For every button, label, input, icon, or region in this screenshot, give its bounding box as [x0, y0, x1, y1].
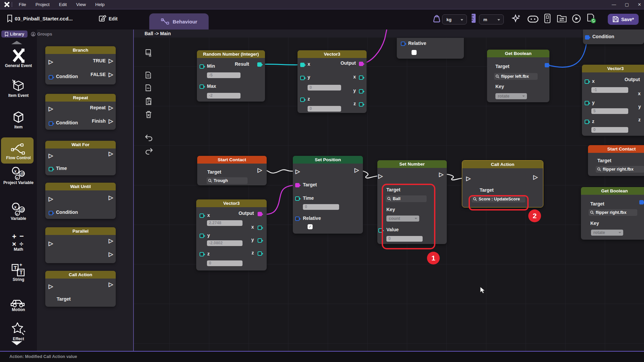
node-vector3-top[interactable]: Vector3 x Output y x 0 y z z 0 — [298, 50, 367, 113]
tab-groups[interactable]: Groups — [31, 31, 52, 38]
min-socket[interactable] — [200, 64, 204, 69]
time-value-field[interactable]: 0 — [303, 204, 339, 210]
edit-pencil-icon[interactable] — [99, 14, 107, 22]
sparkles-icon[interactable] — [511, 14, 521, 24]
device-preview-icon[interactable] — [543, 13, 551, 23]
relative-socket[interactable] — [401, 42, 405, 46]
y-out-socket[interactable] — [258, 238, 262, 243]
node-get-boolean-top[interactable]: Get Boolean Target flipper left.fbx Key … — [487, 50, 549, 102]
sidebar-item-item[interactable]: Item — [0, 110, 37, 129]
relative-socket[interactable] — [295, 217, 300, 221]
y-value-field[interactable]: 5 — [591, 108, 628, 114]
z-value-field[interactable]: 0 — [207, 260, 243, 266]
sidebar-item-project-variable[interactable]: x@y Project Variable — [0, 166, 37, 185]
exec-in-port[interactable] — [296, 169, 300, 174]
output-socket[interactable] — [359, 62, 363, 66]
exec-in-port[interactable] — [49, 241, 53, 246]
exec-in-port[interactable] — [466, 176, 471, 181]
condition-socket[interactable] — [49, 121, 53, 126]
palette-node-call-action[interactable]: Call Action Target — [45, 271, 116, 307]
node-relative-partial[interactable]: Relative — [397, 38, 464, 59]
x-out-socket[interactable] — [359, 75, 363, 80]
notebook-icon[interactable] — [145, 49, 153, 57]
paste-clipboard-icon[interactable] — [145, 97, 153, 106]
menu-project[interactable]: Project — [31, 2, 54, 7]
target-search-field[interactable]: Trough — [207, 177, 248, 184]
sidebar-scroll-up[interactable] — [11, 41, 22, 44]
key-dropdown[interactable]: rotate — [495, 93, 527, 99]
relative-checkbox[interactable]: ✓ — [308, 224, 313, 229]
z-value-field[interactable]: 0 — [308, 106, 341, 112]
edit-button[interactable]: Edit — [109, 16, 117, 21]
exec-out-port[interactable] — [258, 167, 262, 173]
sidebar-item-motion[interactable]: Motion — [0, 296, 37, 312]
x-socket[interactable] — [300, 63, 305, 67]
sidebar-item-string[interactable]: TT+ String — [0, 262, 37, 282]
window-minimize-button[interactable]: — — [612, 2, 616, 7]
node-start-contact[interactable]: Start Contact Target Trough — [197, 156, 267, 185]
node-vector3-bottom[interactable]: Vector3 x Output 2.2748 x y y -2.0802 z … — [196, 199, 267, 270]
palette-node-parallel[interactable]: Parallel — [45, 227, 116, 263]
redo-icon[interactable] — [145, 148, 153, 157]
sidebar-item-variable[interactable]: x@y Variable — [0, 202, 37, 221]
y-socket[interactable] — [585, 101, 589, 105]
exec-in-port[interactable] — [49, 106, 53, 112]
output-socket[interactable] — [258, 212, 262, 216]
max-value-field[interactable]: -2 — [207, 93, 240, 99]
sidebar-item-math[interactable]: +−×÷ Math — [0, 232, 37, 252]
condition-socket[interactable] — [49, 75, 53, 79]
y-socket[interactable] — [300, 76, 305, 80]
result-socket[interactable] — [257, 62, 262, 67]
mass-unit-dropdown[interactable]: kg — [442, 14, 467, 24]
y-socket[interactable] — [200, 234, 204, 238]
x-out-socket[interactable] — [258, 226, 262, 230]
exec-out-repeat-port[interactable] — [109, 105, 113, 111]
exec-out-false-port[interactable] — [109, 72, 113, 77]
key-dropdown[interactable]: rotate — [591, 230, 623, 236]
copy-document-icon[interactable] — [145, 71, 153, 80]
window-maximize-button[interactable]: ▢ — [625, 2, 629, 7]
node-vector3-right[interactable]: Vector3 x Output -1 x y y 5 z z 0 — [582, 65, 644, 136]
controller-toggle-icon[interactable] — [527, 15, 539, 23]
z-socket[interactable] — [585, 120, 589, 124]
x-socket[interactable] — [585, 79, 589, 84]
max-socket[interactable] — [200, 84, 204, 89]
tab-behaviour[interactable]: Behaviour — [149, 13, 209, 29]
palette-node-branch[interactable]: Branch TRUE Condition FALSE — [45, 46, 116, 84]
z-out-socket[interactable] — [258, 251, 262, 256]
z-value-field[interactable]: 0 — [591, 127, 628, 133]
palette-node-wait-for[interactable]: Wait For Time — [45, 141, 116, 175]
exec-out-true-port[interactable] — [109, 58, 113, 64]
condition-socket[interactable] — [585, 35, 589, 40]
x-socket[interactable] — [200, 214, 204, 218]
exec-out-port-2[interactable] — [109, 251, 113, 257]
cut-document-icon[interactable] — [145, 84, 153, 93]
palette-node-repeat[interactable]: Repeat Repeat Condition Finish — [45, 94, 116, 130]
exec-out-port-1[interactable] — [109, 238, 113, 244]
node-condition-partial[interactable]: Condition — [583, 29, 644, 44]
z-out-socket[interactable] — [359, 102, 363, 107]
z-socket[interactable] — [300, 98, 305, 102]
target-search-field[interactable]: flipper right.fbx — [596, 166, 644, 173]
exec-out-port[interactable] — [109, 282, 113, 287]
target-search-field[interactable]: flipper left.fbx — [494, 73, 538, 80]
condition-socket[interactable] — [49, 211, 53, 215]
node-set-position[interactable]: Set Position Target Time 0 Relative ✓ — [293, 156, 363, 234]
project-filename[interactable]: 03_Pinball_Starter.ccd... — [15, 16, 73, 21]
z-socket[interactable] — [200, 252, 204, 256]
exec-out-port[interactable] — [439, 172, 443, 177]
y-value-field[interactable]: 0 — [308, 85, 341, 90]
save-button[interactable]: Save* — [608, 14, 639, 25]
x-value-field[interactable]: -1 — [591, 87, 628, 93]
time-socket[interactable] — [49, 167, 53, 171]
play-icon[interactable] — [572, 14, 581, 23]
exec-out-port[interactable] — [109, 195, 113, 200]
target-search-field[interactable]: flipper right.fbx — [589, 209, 637, 216]
exec-out-finish-port[interactable] — [109, 118, 113, 124]
node-random-number[interactable]: Random Number (Integer) Min Result -5 Ma… — [197, 50, 265, 102]
menu-edit[interactable]: Edit — [54, 2, 71, 7]
time-socket[interactable] — [295, 196, 300, 201]
output-socket[interactable] — [639, 200, 644, 204]
exec-in-port[interactable] — [49, 59, 53, 65]
undo-icon[interactable] — [145, 134, 153, 143]
